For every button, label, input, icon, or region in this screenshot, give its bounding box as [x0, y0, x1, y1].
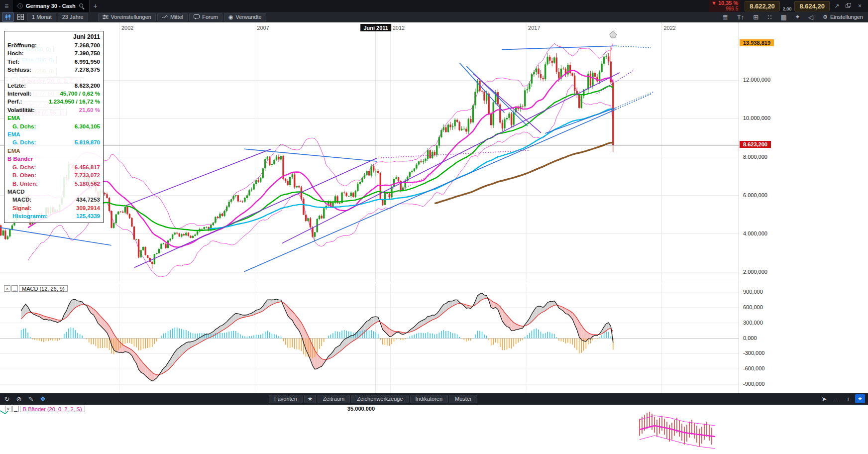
main-price-chart[interactable]: 20022007201220172022Juni 2011: [0, 22, 739, 282]
instrument-name: Germany 30 - Cash: [26, 3, 76, 9]
candlestick-icon: [4, 14, 11, 20]
indicator-list-icon[interactable]: ≣: [721, 12, 730, 21]
gear-icon: ⚙: [823, 14, 828, 20]
settings-button[interactable]: ⚙ Einstellungen: [817, 14, 868, 20]
gridlines-icon[interactable]: ⊞: [751, 12, 760, 21]
expand-icon[interactable]: ↗: [833, 2, 841, 9]
secondary-chart-fragment: [0, 405, 868, 454]
macd-close-icon[interactable]: ×: [4, 285, 10, 292]
forum-button[interactable]: Forum: [189, 13, 222, 21]
instrument-tab[interactable]: ⓘ Germany 30 - Cash: [13, 0, 90, 12]
macd-tick-label: -600,000: [743, 365, 764, 371]
tooltip-section-header: B Bänder: [7, 155, 100, 163]
spread-value: 2,00: [783, 6, 792, 11]
axis-separator: [739, 22, 739, 393]
last-price-badge: 8.623,200: [740, 141, 771, 148]
right-tool-icons: ≣ T↑ ⊞ ∷ ▦ ⌖ ◁: [721, 12, 815, 21]
search-icon[interactable]: [79, 3, 85, 9]
chart-type-button[interactable]: [2, 12, 14, 22]
tooltip-row: Signal:309,2914: [7, 204, 100, 212]
trading-platform-window: ≡ ⓘ Germany 30 - Cash + ▼ 10,35 % 996.5 …: [0, 0, 868, 454]
crosshair-mode-icon[interactable]: ⌖: [855, 394, 865, 403]
tooltip-section-header: EMA: [7, 147, 100, 155]
buy-price-button[interactable]: 8.624,20: [794, 1, 830, 11]
timerange-button[interactable]: Zeitraum: [318, 395, 350, 403]
price-tick-label: 6.000,000: [743, 192, 767, 198]
crosshair-tool-icon[interactable]: ⌖: [794, 12, 801, 21]
tooltip-date: Juni 2011: [7, 33, 100, 41]
interval-selector[interactable]: 1 Monat: [27, 13, 56, 21]
clear-drawings-icon[interactable]: ⊘: [14, 394, 24, 403]
send-icon[interactable]: ➤: [819, 394, 829, 403]
drawing-tools-button[interactable]: Zeichenwerkzeuge: [351, 395, 408, 403]
bottom-menu: Favoriten ★ Zeitraum Zeichenwerkzeuge In…: [269, 395, 477, 403]
macd-tick-label: 0,000: [743, 335, 757, 341]
related-button[interactable]: ◉ Verwandte: [224, 13, 266, 21]
pencil-icon[interactable]: ✎: [26, 394, 36, 403]
tooltip-row: B. Unten:5.180,562: [7, 180, 100, 188]
svg-text:2012: 2012: [393, 25, 405, 31]
close-icon[interactable]: ×: [856, 2, 864, 9]
eye-icon: ◉: [228, 13, 233, 21]
data-tooltip: Juni 2011Eröffnung:7.268,700Hoch:7.390,7…: [4, 31, 104, 223]
svg-text:2017: 2017: [528, 25, 540, 31]
macd-tick-label: 300,000: [743, 320, 763, 326]
secondary-window-strip: × ▁ B Bänder (20, 0, 2, 2, S) 35.000.000: [0, 405, 868, 454]
quote-panel: ▼ 10,35 % 996.5 8.622,20 2,00 8.624,20 ↗…: [709, 0, 868, 12]
grid-icon: [17, 14, 24, 20]
refresh-icon[interactable]: ↻: [2, 394, 12, 403]
tooltip-row: G. Dchs:6.456,817: [7, 163, 100, 171]
indicators-button[interactable]: Indikatoren: [410, 395, 448, 403]
macd-tick-label: -300,000: [743, 350, 764, 356]
tooltip-row: Perf.:1.234,950 / 16,72 %: [7, 98, 100, 106]
panel-separator[interactable]: [0, 282, 739, 282]
magic-draw-icon[interactable]: ❖: [38, 394, 48, 403]
tooltip-section-header: MACD: [7, 188, 100, 196]
macd-panel-chart[interactable]: [0, 284, 739, 393]
panels-icon[interactable]: ▦: [778, 12, 788, 21]
sliders-icon: [103, 14, 108, 19]
popout-icon[interactable]: [844, 2, 853, 9]
price-axis[interactable]: 12.000,00010.000,0008.000,0006.000,0004.…: [740, 22, 868, 393]
tooltip-row: Histogramm:125,4339: [7, 212, 100, 220]
macd-label[interactable]: MACD (12, 26, 9): [19, 285, 68, 292]
patterns-button[interactable]: Muster: [449, 395, 477, 403]
price-change: ▼ 10,35 % 996.5: [709, 0, 741, 12]
tooltip-row: Eröffnung:7.268,700: [7, 41, 100, 49]
text-tool-icon[interactable]: T↑: [735, 12, 746, 21]
svg-text:2002: 2002: [121, 25, 133, 31]
zoom-controls: ➤ − + ⌖: [819, 394, 865, 403]
star-icon[interactable]: ★: [304, 395, 316, 403]
price-tick-label: 10.000,000: [743, 115, 770, 121]
title-bar: ≡ ⓘ Germany 30 - Cash + ▼ 10,35 % 996.5 …: [0, 0, 868, 12]
zoom-in-icon[interactable]: +: [843, 394, 853, 403]
price-tick-label: 12.000,000: [743, 77, 770, 83]
tooltip-row: Tief:6.991,950: [7, 58, 100, 66]
sell-price-button[interactable]: 8.622,20: [745, 1, 780, 11]
tooltip-row: B. Oben:7.733,072: [7, 171, 100, 179]
macd-minimize-icon[interactable]: ▁: [11, 285, 18, 292]
tooltip-row: Hoch:7.390,750: [7, 49, 100, 57]
presets-button[interactable]: Voreinstellungen: [98, 13, 156, 21]
high-price-badge: 13.938,819: [740, 39, 774, 46]
favorites-button[interactable]: Favoriten: [269, 395, 303, 403]
tooltip-row: G. Dchs:5.819,870: [7, 138, 100, 146]
menu-icon[interactable]: ≡: [0, 2, 13, 10]
zoom-out-icon[interactable]: −: [831, 394, 841, 403]
layout-grid-button[interactable]: [15, 12, 26, 21]
averages-button[interactable]: Mittel: [157, 13, 188, 21]
macd-tick-label: 600,000: [743, 304, 763, 310]
svg-text:2022: 2022: [663, 25, 675, 31]
svg-text:2007: 2007: [257, 25, 269, 31]
tooltip-row: Volatilität:21,60 %: [7, 106, 100, 114]
range-selector[interactable]: 23 Jahre: [58, 13, 88, 21]
pattern-grid-icon[interactable]: ∷: [765, 12, 773, 21]
change-absolute: 996.5: [711, 6, 738, 11]
tooltip-section-header: EMA: [7, 114, 100, 122]
draw-tool-icons: ↻ ⊘ ✎ ❖: [2, 394, 48, 403]
macd-tick-label: 900,000: [743, 289, 763, 295]
info-icon: ⓘ: [17, 2, 23, 10]
add-tab-button[interactable]: +: [90, 2, 102, 10]
cursor-tool-icon[interactable]: ◁: [806, 12, 815, 21]
macd-indicator-tag: × ▁ MACD (12, 26, 9): [4, 285, 68, 292]
